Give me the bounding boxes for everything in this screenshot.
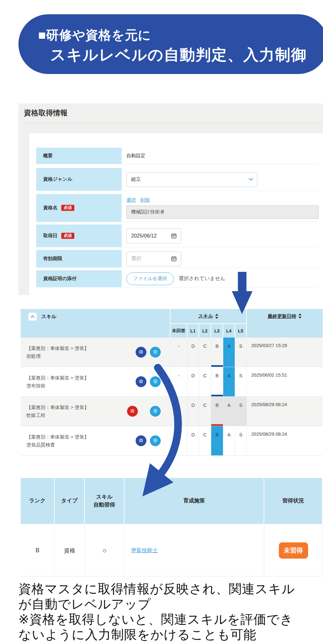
level-cell-l4-selected[interactable]: A bbox=[223, 367, 235, 397]
level-cell-l5[interactable]: S bbox=[235, 338, 247, 367]
skill-group-header: スキル bbox=[21, 309, 171, 338]
auto-acquire-mark: ○ bbox=[102, 547, 106, 555]
file-select-button[interactable]: ファイルを選択 bbox=[126, 272, 174, 285]
expiry-value-wrap: 選択 bbox=[122, 250, 318, 267]
select-link[interactable]: 選択 bbox=[126, 197, 136, 203]
certification-shield-icon[interactable] bbox=[150, 406, 161, 417]
skill-sort-label[interactable]: スキル bbox=[198, 313, 213, 319]
file-select-note: 選択されていません bbox=[179, 275, 225, 282]
level-cell-unanswered[interactable]: - bbox=[171, 338, 187, 367]
training-icon[interactable] bbox=[136, 376, 146, 387]
level-cell-l2[interactable]: C bbox=[199, 426, 211, 456]
banner-title-line1: ■研修や資格を元に bbox=[38, 26, 151, 44]
skill-row-name: 【業務別：車体製造 > 塗装】 塗布技術 bbox=[21, 367, 171, 397]
skill-name-text: 【業務別：車体製造 > 塗装】 前処理 bbox=[26, 344, 89, 360]
level-cell-l1[interactable]: D bbox=[187, 367, 199, 397]
overview-label-text: 概要 bbox=[43, 153, 53, 159]
measure-link[interactable]: 塗装技能士 bbox=[131, 547, 158, 554]
skill-row-name: 【業務別：車体製造 > 塗装】 乾燥工程 bbox=[21, 397, 171, 426]
updated-sort-label[interactable]: 最終更新日時 bbox=[268, 313, 296, 319]
level-cell-l3-locked[interactable]: B bbox=[211, 397, 223, 426]
chevron-down-icon bbox=[249, 178, 253, 181]
last-updated-cell: 2025/03/27 15:29 bbox=[247, 338, 323, 367]
skill-name: 塗装品質検査 bbox=[26, 441, 89, 449]
genre-value-wrap: 組立 bbox=[122, 168, 318, 191]
collapse-button[interactable] bbox=[28, 312, 37, 321]
training-locked-icon[interactable] bbox=[127, 406, 138, 417]
attachment-label: 資格証明の添付 bbox=[36, 270, 122, 287]
training-icon[interactable] bbox=[136, 347, 146, 358]
updated-sort-header[interactable]: 最終更新日時 bbox=[247, 309, 323, 338]
skill-name: 塗布技術 bbox=[26, 382, 89, 390]
required-badge: 必須 bbox=[61, 233, 74, 239]
calendar-icon[interactable] bbox=[171, 233, 177, 239]
footer-description: 資格マスタに取得情報が反映され、関連スキルが自動でレベルアップ ※資格を取得しな… bbox=[18, 581, 306, 642]
level-cell-l4[interactable]: A bbox=[223, 426, 235, 456]
level-cell-l4-selected[interactable]: A bbox=[223, 338, 235, 367]
level-cell-l1[interactable]: D bbox=[187, 426, 199, 456]
auto-acquire-cell: ○ bbox=[85, 525, 124, 576]
level-header-l5: L5 bbox=[235, 324, 247, 338]
skill-category: 【業務別：車体製造 > 塗装】 bbox=[26, 374, 89, 382]
genre-selected-option: 組立 bbox=[131, 176, 141, 182]
type-cell: 資格 bbox=[55, 525, 85, 576]
header-banner: ■研修や資格を元に スキルレベルの自動判定、入力制御 bbox=[18, 14, 323, 74]
rank-header: ランク bbox=[21, 478, 55, 525]
certification-shield-icon[interactable] bbox=[150, 347, 161, 358]
form-row-qualification-name: 資格名 必須 選択 削除 機械設計技術者 bbox=[36, 194, 318, 222]
skill-row-icons bbox=[136, 435, 161, 446]
skill-row-name: 【業務別：車体製造 > 塗装】 塗装品質検査 bbox=[21, 426, 171, 456]
calendar-icon[interactable] bbox=[171, 256, 177, 262]
sort-icon bbox=[298, 313, 302, 319]
genre-select[interactable]: 組立 bbox=[126, 172, 257, 187]
certification-shield-icon[interactable] bbox=[150, 376, 161, 387]
status-cell: 未習得 bbox=[264, 525, 323, 576]
level-cell-unanswered[interactable]: - bbox=[171, 397, 187, 426]
form-row-acquired-date: 取得日 必須 2025/06/12 bbox=[36, 225, 318, 247]
form-row-overview: 概要 自動設定 bbox=[36, 148, 318, 164]
level-cell-l5[interactable]: S bbox=[235, 367, 247, 397]
level-cell-l3[interactable]: B bbox=[211, 367, 223, 397]
level-cell-l1[interactable]: D bbox=[187, 397, 199, 426]
skill-row-icons bbox=[136, 347, 161, 358]
form-row-genre: 資格ジャンル 組立 bbox=[36, 168, 318, 191]
skill-category: 【業務別：車体製造 > 塗装】 bbox=[26, 344, 89, 352]
skill-sort-header[interactable]: スキル bbox=[171, 309, 247, 324]
level-cell-l4-locked[interactable]: A bbox=[223, 397, 235, 426]
level-cell-l5[interactable]: S bbox=[235, 426, 247, 456]
level-cell-unanswered[interactable]: - bbox=[171, 367, 187, 397]
form-row-attachment: 資格証明の添付 ファイルを選択 選択されていません bbox=[36, 270, 318, 287]
level-cell-unanswered[interactable]: - bbox=[171, 426, 187, 456]
level-cell-l2[interactable]: C bbox=[199, 397, 211, 426]
delete-link[interactable]: 削除 bbox=[140, 197, 150, 203]
development-measures-table: ランク タイプ スキル 自動習得 育成施策 習得状況 B 資格 ○ 塗装技能士 … bbox=[21, 478, 323, 576]
expiry-date-input[interactable]: 選択 bbox=[126, 252, 181, 266]
measure-cell: 塗装技能士 bbox=[124, 525, 264, 576]
type-header: タイプ bbox=[55, 478, 85, 525]
level-cell-l2[interactable]: C bbox=[199, 338, 211, 367]
acquired-date-input[interactable]: 2025/06/12 bbox=[126, 228, 181, 244]
skill-matrix-table: スキル スキル 最終更新日時 未回答 L1 L2 L3 L4 L5 【業務別：車… bbox=[21, 309, 323, 456]
certification-shield-icon[interactable] bbox=[150, 435, 161, 446]
level-cell-l3[interactable]: B bbox=[211, 338, 223, 367]
level-cell-l2[interactable]: C bbox=[199, 367, 211, 397]
skill-category: 【業務別：車体製造 > 塗装】 bbox=[26, 433, 89, 441]
level-cell-l3-selected[interactable]: B bbox=[211, 426, 223, 456]
divider bbox=[24, 123, 323, 124]
skill-row-icons bbox=[136, 376, 161, 387]
rank-cell: B bbox=[21, 525, 55, 576]
qualification-name-input[interactable]: 機械設計技術者 bbox=[126, 205, 319, 219]
acquired-date-value-wrap: 2025/06/12 bbox=[122, 225, 318, 247]
chevron-up-icon bbox=[30, 315, 35, 318]
skill-group-header-label: スキル bbox=[41, 313, 57, 320]
level-header-l3: L3 bbox=[211, 324, 223, 338]
training-icon[interactable] bbox=[136, 435, 146, 446]
skill-name: 前処理 bbox=[26, 352, 89, 360]
level-header-unanswered: 未回答 bbox=[171, 324, 187, 338]
auto-acquire-header: スキル 自動習得 bbox=[85, 478, 124, 525]
skill-category: 【業務別：車体製造 > 塗装】 bbox=[26, 403, 89, 412]
qualification-form-card: 概要 自動設定 資格ジャンル 組立 bbox=[29, 133, 323, 295]
level-cell-l5-locked[interactable]: S bbox=[235, 397, 247, 426]
qualification-name-value-wrap: 選択 削除 機械設計技術者 bbox=[122, 194, 319, 222]
level-cell-l1[interactable]: D bbox=[187, 338, 199, 367]
